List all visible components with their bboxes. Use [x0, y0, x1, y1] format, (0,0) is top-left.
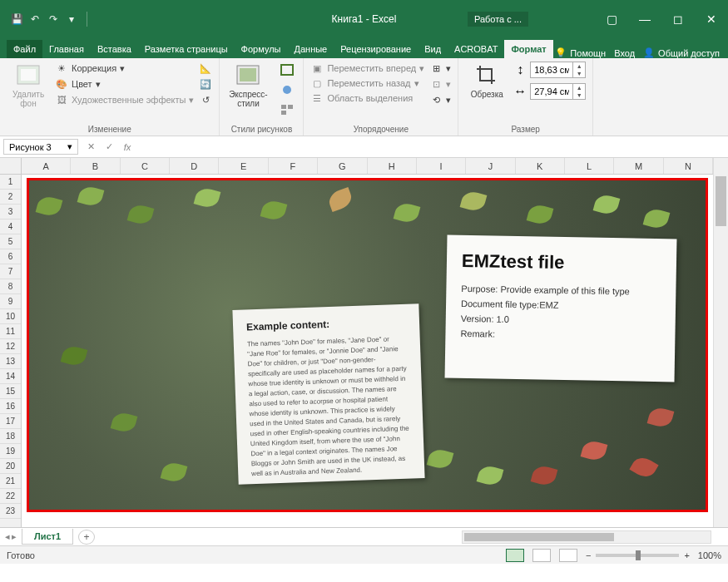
col-header[interactable]: D	[170, 158, 219, 174]
row-header[interactable]: 19	[0, 444, 21, 459]
crop-button[interactable]: Обрезка	[465, 62, 508, 99]
tab-insert[interactable]: Вставка	[91, 40, 138, 58]
tab-view[interactable]: Вид	[418, 40, 448, 58]
row-header[interactable]: 7	[0, 264, 21, 279]
select-all-corner[interactable]	[0, 158, 22, 175]
col-header[interactable]: K	[516, 158, 565, 174]
zoom-thumb[interactable]	[636, 550, 641, 560]
width-up[interactable]: ▲	[573, 84, 585, 91]
row-header[interactable]: 3	[0, 205, 21, 219]
row-header[interactable]: 22	[0, 489, 21, 504]
vscroll-thumb[interactable]	[716, 176, 726, 226]
compress-button[interactable]: 📐	[199, 62, 212, 75]
row-header[interactable]: 23	[0, 504, 21, 519]
worksheet-grid[interactable]: A B C D E F G H I J K L M N 1 2 3 4 5 6 …	[0, 158, 728, 527]
zoom-out-icon[interactable]: −	[586, 550, 591, 560]
picture-layout-button[interactable]	[278, 101, 296, 118]
bring-forward-button[interactable]: ▣Переместить вперед ▾	[310, 62, 424, 75]
col-header[interactable]: G	[318, 158, 367, 174]
tab-file[interactable]: Файл	[7, 40, 42, 58]
qat-dropdown-icon[interactable]: ▾	[65, 12, 78, 26]
width-input[interactable]: ▲▼	[530, 83, 586, 100]
col-header[interactable]: F	[269, 158, 318, 174]
picture-effects-button[interactable]	[278, 81, 296, 98]
tab-review[interactable]: Рецензирование	[334, 40, 418, 58]
normal-view-button[interactable]	[506, 549, 524, 562]
cells-area[interactable]: Example content: The names "John Doe" fo…	[22, 175, 713, 527]
row-header[interactable]: 8	[0, 279, 21, 294]
row-header[interactable]: 18	[0, 429, 21, 444]
col-header[interactable]: B	[71, 158, 120, 174]
zoom-slider[interactable]: − +	[586, 550, 690, 560]
name-box[interactable]: Рисунок 3▾	[3, 139, 78, 155]
row-header[interactable]: 13	[0, 354, 21, 369]
row-header[interactable]: 15	[0, 384, 21, 399]
tab-acrobat[interactable]: ACROBAT	[448, 40, 504, 58]
col-header[interactable]: N	[664, 158, 713, 174]
tab-home[interactable]: Главная	[42, 40, 91, 58]
width-down[interactable]: ▼	[573, 91, 585, 99]
sheet-nav[interactable]: ◂▸	[0, 531, 22, 542]
row-header[interactable]: 17	[0, 414, 21, 429]
row-header[interactable]: 10	[0, 309, 21, 324]
color-button[interactable]: 🎨Цвет ▾	[55, 77, 194, 91]
row-header[interactable]: 14	[0, 369, 21, 384]
row-header[interactable]: 2	[0, 190, 21, 205]
minimize-icon[interactable]: —	[628, 7, 661, 31]
express-styles-button[interactable]: Экспресс-стили	[226, 62, 270, 108]
cancel-formula-icon[interactable]: ✕	[82, 141, 100, 152]
fx-icon[interactable]: fx	[118, 142, 136, 152]
tab-page-layout[interactable]: Разметка страницы	[138, 40, 235, 58]
row-header[interactable]: 16	[0, 399, 21, 414]
hscroll-thumb[interactable]	[464, 533, 614, 541]
tab-format[interactable]: Формат	[504, 40, 552, 58]
save-icon[interactable]: 💾	[10, 12, 23, 26]
corrections-button[interactable]: ☀Коррекция ▾	[55, 62, 194, 75]
maximize-icon[interactable]: ◻	[661, 7, 695, 31]
row-header[interactable]: 20	[0, 459, 21, 474]
col-header[interactable]: L	[565, 158, 614, 174]
height-down[interactable]: ▼	[573, 70, 585, 77]
picture-border-button[interactable]	[278, 62, 296, 78]
enter-formula-icon[interactable]: ✓	[100, 141, 118, 152]
tab-data[interactable]: Данные	[287, 40, 334, 58]
row-header[interactable]: 11	[0, 324, 21, 339]
sign-in[interactable]: Вход	[614, 48, 635, 58]
row-header[interactable]: 1	[0, 175, 21, 190]
page-break-view-button[interactable]	[559, 549, 577, 562]
tell-me[interactable]: 💡Помощн	[555, 47, 606, 58]
width-field[interactable]	[531, 86, 572, 96]
share-button[interactable]: 👤Общий доступ	[643, 47, 720, 58]
tab-formulas[interactable]: Формулы	[235, 40, 288, 58]
vertical-scrollbar[interactable]	[713, 158, 728, 527]
col-header[interactable]: M	[614, 158, 663, 174]
undo-icon[interactable]: ↶	[28, 12, 42, 26]
row-header[interactable]: 5	[0, 234, 21, 249]
col-header[interactable]: C	[121, 158, 170, 174]
row-header[interactable]: 21	[0, 474, 21, 489]
col-header[interactable]: J	[466, 158, 515, 174]
height-input[interactable]: ▲▼	[530, 62, 586, 78]
row-header[interactable]: 4	[0, 219, 21, 234]
ribbon-options-icon[interactable]: ▢	[595, 7, 628, 31]
sheet-tab-1[interactable]: Лист1	[22, 529, 73, 545]
col-header[interactable]: A	[22, 158, 71, 174]
height-field[interactable]	[531, 65, 572, 75]
inserted-picture[interactable]: Example content: The names "John Doe" fo…	[27, 178, 708, 512]
selection-pane-button[interactable]: ☰Область выделения	[310, 91, 424, 105]
row-header[interactable]: 9	[0, 294, 21, 309]
height-up[interactable]: ▲	[573, 62, 585, 70]
close-icon[interactable]: ✕	[695, 7, 728, 31]
align-button[interactable]: ⊞▾	[429, 62, 451, 75]
row-header[interactable]: 6	[0, 249, 21, 264]
page-layout-view-button[interactable]	[532, 549, 551, 562]
reset-picture-button[interactable]: ↺	[199, 93, 212, 106]
zoom-level[interactable]: 100%	[698, 550, 721, 560]
redo-icon[interactable]: ↷	[47, 12, 60, 26]
row-header[interactable]: 12	[0, 339, 21, 354]
col-header[interactable]: H	[368, 158, 417, 174]
zoom-in-icon[interactable]: +	[684, 550, 689, 560]
add-sheet-button[interactable]: +	[78, 530, 95, 545]
col-header[interactable]: E	[219, 158, 268, 174]
change-picture-button[interactable]: 🔄	[199, 77, 212, 91]
